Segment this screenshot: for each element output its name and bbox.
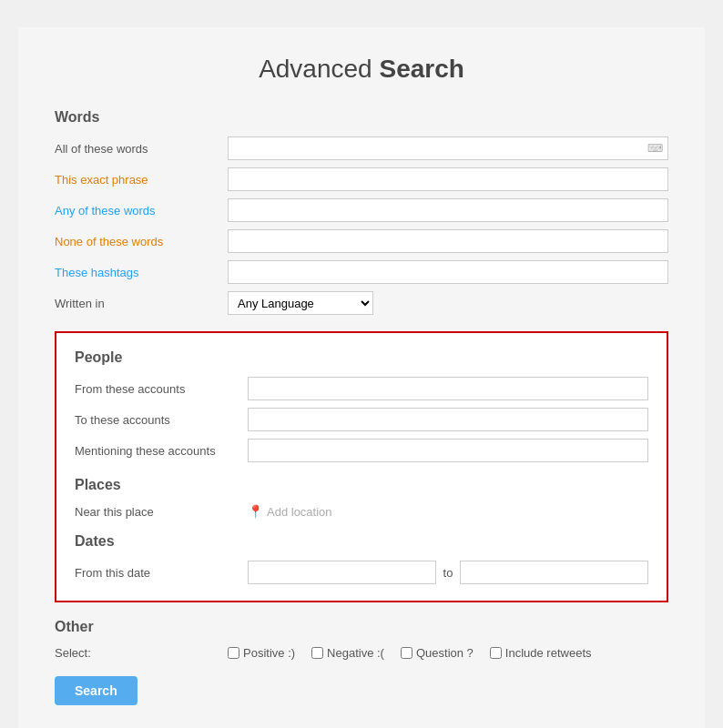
page-container: Advanced Search Words All of these words… <box>18 27 705 728</box>
people-section: People From these accounts To these acco… <box>75 349 648 462</box>
other-section: Other Select: Positive :) Negative :( Qu… <box>55 619 668 660</box>
people-places-dates-box: People From these accounts To these acco… <box>55 331 668 602</box>
none-words-input[interactable] <box>228 229 668 253</box>
all-words-label: All of these words <box>55 142 228 156</box>
pin-icon: 📍 <box>248 504 263 519</box>
to-accounts-input[interactable] <box>248 408 648 431</box>
date-inputs: to <box>248 561 648 584</box>
from-date-label: From this date <box>75 566 248 580</box>
mentioning-label: Mentioning these accounts <box>75 444 248 458</box>
retweets-checkbox[interactable] <box>490 647 502 659</box>
question-checkbox-item[interactable]: Question ? <box>401 646 474 660</box>
retweets-checkbox-item[interactable]: Include retweets <box>490 646 592 660</box>
negative-checkbox[interactable] <box>311 647 323 659</box>
dates-section: Dates From this date to <box>75 533 648 584</box>
keyboard-icon: ⌨ <box>647 142 663 155</box>
checkboxes-group: Positive :) Negative :( Question ? Inclu… <box>228 646 592 660</box>
from-accounts-row: From these accounts <box>75 377 648 400</box>
all-words-input[interactable] <box>228 136 668 160</box>
negative-checkbox-item[interactable]: Negative :( <box>311 646 384 660</box>
none-words-label: None of these words <box>55 235 228 248</box>
from-accounts-label: From these accounts <box>75 382 248 396</box>
select-label: Select: <box>55 646 228 660</box>
places-section: Places Near this place 📍 Add location <box>75 477 648 519</box>
retweets-label: Include retweets <box>505 646 592 660</box>
exact-phrase-input[interactable] <box>228 167 668 191</box>
people-heading: People <box>75 349 648 366</box>
language-label: Written in <box>55 297 228 310</box>
positive-checkbox[interactable] <box>228 647 239 659</box>
to-accounts-row: To these accounts <box>75 408 648 431</box>
any-words-row: Any of these words <box>55 198 668 222</box>
negative-label: Negative :( <box>327 646 384 660</box>
date-start-input[interactable] <box>248 561 436 584</box>
mentioning-row: Mentioning these accounts <box>75 439 648 462</box>
language-row: Written in Any Language English Spanish … <box>55 291 668 315</box>
places-heading: Places <box>75 477 648 493</box>
words-heading: Words <box>55 109 668 126</box>
select-row: Select: Positive :) Negative :( Question… <box>55 646 668 660</box>
positive-label: Positive :) <box>243 646 295 660</box>
positive-checkbox-item[interactable]: Positive :) <box>228 646 295 660</box>
page-title: Advanced Search <box>55 55 668 84</box>
language-select[interactable]: Any Language English Spanish French <box>228 291 373 315</box>
near-place-label: Near this place <box>75 505 248 519</box>
to-accounts-label: To these accounts <box>75 413 248 427</box>
add-location-button[interactable]: 📍 Add location <box>248 504 332 519</box>
date-to-label: to <box>436 566 461 580</box>
words-section: Words All of these words ⌨ This exact ph… <box>55 109 668 315</box>
near-place-row: Near this place 📍 Add location <box>75 504 648 519</box>
none-words-row: None of these words <box>55 229 668 253</box>
question-checkbox[interactable] <box>401 647 412 659</box>
exact-phrase-label: This exact phrase <box>55 173 228 187</box>
other-heading: Other <box>55 619 668 635</box>
hashtags-row: These hashtags <box>55 260 668 284</box>
hashtags-input[interactable] <box>228 260 668 284</box>
any-words-input[interactable] <box>228 198 668 222</box>
from-date-row: From this date to <box>75 561 648 584</box>
any-words-label: Any of these words <box>55 204 228 217</box>
from-accounts-input[interactable] <box>248 377 648 400</box>
hashtags-label: These hashtags <box>55 266 228 279</box>
exact-phrase-row: This exact phrase <box>55 167 668 191</box>
question-label: Question ? <box>416 646 474 660</box>
add-location-text: Add location <box>267 505 332 519</box>
search-button[interactable]: Search <box>55 676 137 705</box>
all-words-row: All of these words ⌨ <box>55 136 668 160</box>
dates-heading: Dates <box>75 533 648 550</box>
date-end-input[interactable] <box>460 561 648 584</box>
mentioning-input[interactable] <box>248 439 648 462</box>
